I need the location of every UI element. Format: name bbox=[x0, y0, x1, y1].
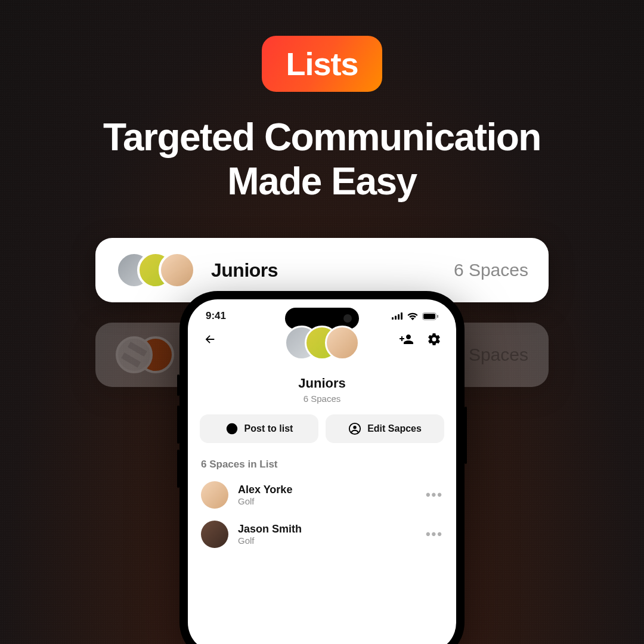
hero-headline: Targeted Communication Made Easy bbox=[103, 116, 541, 203]
avatar bbox=[325, 326, 360, 360]
member-row[interactable]: Alex Yorke Golf ••• bbox=[188, 475, 456, 515]
camera-icon bbox=[225, 422, 239, 435]
more-button[interactable]: ••• bbox=[426, 527, 443, 542]
member-role: Golf bbox=[238, 496, 292, 506]
status-time: 9:41 bbox=[206, 310, 226, 322]
edit-spaces-label: Edit Sapces bbox=[367, 423, 422, 434]
add-person-button[interactable] bbox=[398, 330, 416, 348]
section-header: 6 Spaces in List bbox=[188, 443, 456, 475]
list-card-title: Juniors bbox=[211, 259, 454, 281]
hero-headline-line2: Made Easy bbox=[103, 160, 541, 204]
hero-badge: Lists bbox=[262, 36, 382, 92]
member-name: Alex Yorke bbox=[238, 484, 292, 496]
avatar bbox=[201, 481, 228, 509]
edit-spaces-button[interactable]: Edit Sapces bbox=[326, 414, 444, 443]
member-role: Golf bbox=[238, 535, 302, 546]
battery-icon bbox=[422, 312, 438, 320]
back-button[interactable] bbox=[201, 330, 219, 348]
avatar bbox=[159, 252, 196, 289]
avatar bbox=[116, 336, 153, 373]
svg-rect-3 bbox=[401, 312, 402, 320]
avatar bbox=[201, 521, 228, 548]
signal-icon bbox=[392, 312, 403, 320]
hero-headline-line1: Targeted Communication bbox=[103, 116, 541, 160]
phone-mockup: 9:41 bbox=[179, 291, 465, 644]
post-to-list-label: Post to list bbox=[244, 423, 293, 434]
member-row[interactable]: Jason Smith Golf ••• bbox=[188, 515, 456, 554]
person-circle-icon bbox=[348, 422, 361, 435]
avatar-stack bbox=[116, 252, 196, 289]
svg-rect-0 bbox=[392, 317, 394, 320]
list-avatar-stack bbox=[284, 326, 360, 360]
settings-button[interactable] bbox=[425, 330, 443, 348]
svg-point-8 bbox=[353, 426, 357, 429]
more-button[interactable]: ••• bbox=[426, 487, 443, 503]
list-card-count: 6 Spaces bbox=[454, 260, 528, 280]
avatar-stack bbox=[116, 336, 174, 373]
list-title: Juniors bbox=[188, 376, 456, 391]
list-subtitle: 6 Spaces bbox=[188, 394, 456, 404]
member-name: Jason Smith bbox=[238, 523, 302, 535]
wifi-icon bbox=[407, 312, 418, 320]
svg-rect-1 bbox=[395, 316, 397, 320]
list-card-count: Spaces bbox=[469, 345, 528, 365]
svg-rect-5 bbox=[423, 314, 435, 319]
svg-rect-6 bbox=[437, 315, 438, 318]
svg-rect-2 bbox=[398, 314, 400, 320]
app-bar bbox=[188, 326, 456, 373]
post-to-list-button[interactable]: Post to list bbox=[200, 414, 318, 443]
